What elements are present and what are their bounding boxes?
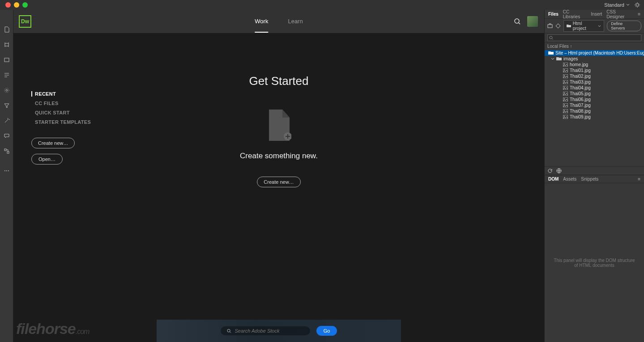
tree-file[interactable]: Thai04.jpg bbox=[545, 85, 644, 91]
tree-file[interactable]: Thai08.jpg bbox=[545, 108, 644, 114]
site-dropdown[interactable]: Html project bbox=[563, 20, 604, 32]
site-dropdown-label: Html project bbox=[573, 21, 597, 31]
tool-extract-icon[interactable] bbox=[3, 56, 10, 63]
tool-more-icon[interactable] bbox=[3, 167, 10, 174]
create-new-center-button[interactable]: Create new… bbox=[257, 177, 300, 187]
file-tree: Site – Html project (Macintosh HD:Users:… bbox=[545, 50, 644, 166]
svg-rect-5 bbox=[7, 152, 9, 153]
image-icon bbox=[563, 80, 568, 84]
svg-point-21 bbox=[564, 81, 565, 82]
open-button[interactable]: Open… bbox=[31, 154, 63, 165]
chevron-down-icon bbox=[626, 3, 630, 7]
svg-rect-14 bbox=[563, 63, 568, 67]
nav-recent[interactable]: RECENT bbox=[31, 91, 91, 97]
svg-point-3 bbox=[4, 88, 9, 93]
panel-tab-cclib[interactable]: CC Libraries bbox=[563, 9, 587, 19]
image-icon bbox=[563, 103, 568, 108]
nav-quick-start[interactable]: QUICK START bbox=[31, 110, 91, 115]
stock-search-input[interactable] bbox=[235, 328, 304, 334]
svg-point-31 bbox=[564, 110, 565, 111]
ftp-icon[interactable] bbox=[547, 23, 553, 29]
globe-icon[interactable] bbox=[556, 168, 562, 173]
tree-file[interactable]: Thai05.jpg bbox=[545, 91, 644, 97]
stock-go-button[interactable]: Go bbox=[316, 326, 337, 336]
tab-learn[interactable]: Learn bbox=[288, 11, 303, 33]
tool-file-icon[interactable] bbox=[3, 26, 10, 33]
right-panel-tabs: Files CC Libraries Insert CSS Designer ≡ bbox=[545, 10, 644, 19]
svg-rect-1 bbox=[4, 58, 9, 62]
tool-settings-icon[interactable] bbox=[3, 87, 10, 94]
panel-tab-insert[interactable]: Insert bbox=[591, 12, 602, 17]
dom-empty-message: This panel will display the DOM structur… bbox=[545, 183, 644, 342]
watermark: filehorse.com bbox=[16, 320, 89, 338]
tab-work[interactable]: Work bbox=[255, 11, 268, 33]
main-tabs: Work Learn bbox=[255, 11, 303, 33]
svg-rect-28 bbox=[563, 103, 568, 107]
chevron-down-icon bbox=[551, 57, 554, 61]
svg-point-6 bbox=[4, 170, 5, 171]
svg-point-11 bbox=[227, 329, 230, 332]
tree-folder-images[interactable]: images bbox=[545, 56, 644, 62]
refresh-icon[interactable] bbox=[547, 168, 553, 173]
image-icon bbox=[563, 63, 568, 67]
window-controls bbox=[5, 2, 28, 8]
nav-starter-templates[interactable]: STARTER TEMPLATES bbox=[31, 119, 91, 125]
tool-comment-icon[interactable] bbox=[3, 132, 10, 139]
settings-icon[interactable] bbox=[634, 2, 640, 8]
page-title: Get Started bbox=[240, 74, 318, 88]
image-icon bbox=[563, 74, 568, 79]
svg-point-25 bbox=[564, 93, 565, 93]
zoom-window[interactable] bbox=[22, 2, 28, 8]
stock-banner: Go bbox=[157, 320, 401, 342]
panel-tab-cssdesigner[interactable]: CSS Designer bbox=[606, 9, 633, 19]
tree-file[interactable]: Thai07.jpg bbox=[545, 102, 644, 108]
define-servers-button[interactable]: Define Servers bbox=[607, 21, 641, 31]
files-filter-input[interactable] bbox=[547, 34, 641, 41]
svg-rect-26 bbox=[563, 97, 568, 101]
panel-tab-snippets[interactable]: Snippets bbox=[581, 177, 598, 182]
tree-file[interactable]: home.jpg bbox=[545, 62, 644, 68]
panel-tab-assets[interactable]: Assets bbox=[563, 177, 576, 182]
user-avatar[interactable] bbox=[527, 16, 538, 27]
svg-rect-32 bbox=[563, 115, 568, 119]
app-topbar: Dw Work Learn bbox=[13, 10, 544, 33]
panel-tab-dom[interactable]: DOM bbox=[548, 177, 559, 182]
tree-site-root[interactable]: Site – Html project (Macintosh HD:Users:… bbox=[545, 50, 644, 56]
tree-file[interactable]: Thai02.jpg bbox=[545, 73, 644, 79]
tree-file[interactable]: Thai01.jpg bbox=[545, 68, 644, 73]
git-icon[interactable] bbox=[555, 23, 561, 29]
local-files-header[interactable]: Local Files ↑ bbox=[545, 42, 644, 50]
tool-rail bbox=[0, 10, 13, 342]
tool-filter-icon[interactable] bbox=[3, 102, 10, 109]
image-icon bbox=[563, 92, 568, 96]
folder-icon bbox=[567, 24, 571, 28]
titlebar: Standard bbox=[0, 0, 644, 10]
panel-menu-icon[interactable]: ≡ bbox=[638, 12, 640, 17]
panel-tab-files[interactable]: Files bbox=[548, 12, 559, 17]
stock-search[interactable] bbox=[221, 326, 310, 335]
panel-menu-icon[interactable]: ≡ bbox=[638, 177, 640, 182]
image-icon bbox=[563, 109, 568, 114]
svg-point-8 bbox=[8, 170, 9, 171]
tool-manage-icon[interactable] bbox=[3, 41, 10, 48]
create-new-button[interactable]: Create new… bbox=[31, 138, 75, 148]
nav-cc-files[interactable]: CC FILES bbox=[31, 101, 91, 106]
tree-file[interactable]: Thai09.jpg bbox=[545, 114, 644, 120]
folder-icon bbox=[556, 57, 562, 61]
svg-rect-30 bbox=[563, 109, 568, 113]
tool-wand-icon[interactable] bbox=[3, 117, 10, 124]
tree-file[interactable]: Thai06.jpg bbox=[545, 97, 644, 102]
tool-behaviors-icon[interactable] bbox=[3, 148, 10, 155]
svg-rect-22 bbox=[563, 86, 568, 90]
subtitle: Create something new. bbox=[240, 152, 318, 160]
minimize-window[interactable] bbox=[14, 2, 19, 8]
svg-rect-16 bbox=[563, 68, 568, 72]
close-window[interactable] bbox=[5, 2, 11, 8]
workspace-switcher[interactable]: Standard bbox=[604, 2, 630, 8]
svg-point-9 bbox=[515, 19, 519, 23]
search-icon[interactable] bbox=[514, 18, 521, 25]
svg-point-2 bbox=[6, 89, 8, 91]
tool-insert-icon[interactable] bbox=[3, 72, 10, 79]
tree-file[interactable]: Thai03.jpg bbox=[545, 79, 644, 85]
svg-rect-24 bbox=[563, 92, 568, 96]
